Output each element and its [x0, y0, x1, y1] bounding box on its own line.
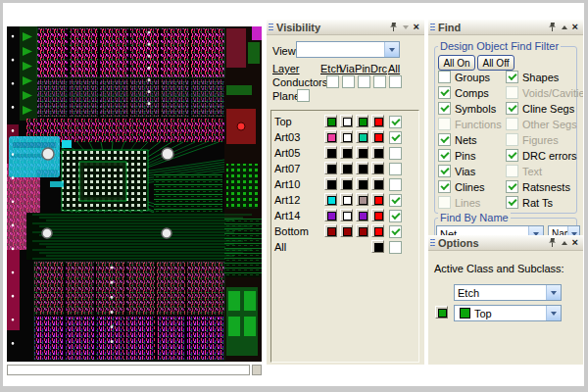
subclass-color-swatch[interactable]	[435, 306, 448, 318]
layer-color-swatch[interactable]	[356, 224, 368, 237]
layer-color-swatch[interactable]	[340, 162, 353, 174]
find-checkbox-drc-errors[interactable]	[506, 149, 518, 162]
close-icon[interactable]: ×	[572, 238, 578, 247]
layer-color-swatch[interactable]	[371, 224, 384, 237]
layer-color-swatch[interactable]	[371, 130, 384, 143]
layer-color-swatch[interactable]	[356, 115, 368, 127]
column-header-drc[interactable]: Drc	[370, 63, 386, 74]
scrollbar-corner-button[interactable]	[252, 365, 262, 375]
layer-color-swatch[interactable]	[340, 130, 353, 143]
layer-color-swatch[interactable]	[324, 193, 337, 206]
horizontal-scrollbar[interactable]	[7, 365, 250, 375]
find-checkbox-comps[interactable]	[438, 86, 451, 99]
column-header-all[interactable]: All	[386, 63, 402, 74]
visibility-titlebar[interactable]: Visibility ×	[267, 20, 424, 35]
grip-dots-icon	[269, 23, 273, 31]
conductors-checkbox-via[interactable]	[342, 75, 355, 88]
swatch-color	[374, 196, 383, 205]
layer-color-swatch[interactable]	[371, 209, 384, 221]
layer-color-swatch[interactable]	[356, 162, 368, 174]
layer-color-swatch[interactable]	[340, 193, 353, 206]
collapse-icon[interactable]	[562, 241, 567, 245]
active-subclass-dropdown[interactable]: Top	[454, 305, 562, 321]
layer-color-swatch[interactable]	[324, 115, 337, 127]
layer-color-swatch[interactable]	[340, 146, 353, 159]
layer-color-swatch[interactable]	[371, 162, 384, 174]
layer-visible-checkbox[interactable]	[389, 194, 402, 207]
find-checkbox-rat-ts[interactable]	[506, 196, 518, 209]
dropdown-arrow-icon[interactable]	[384, 42, 399, 57]
find-checkbox-symbols[interactable]	[438, 102, 451, 115]
layer-color-swatch[interactable]	[356, 177, 368, 190]
layer-visible-checkbox[interactable]	[389, 241, 402, 254]
layer-visible-checkbox[interactable]	[389, 147, 402, 160]
layer-visible-checkbox[interactable]	[389, 225, 402, 238]
layer-visible-checkbox[interactable]	[389, 131, 402, 144]
dropdown-arrow-icon[interactable]	[567, 226, 579, 235]
layer-visible-checkbox[interactable]	[389, 163, 402, 175]
layer-color-swatch[interactable]	[371, 177, 384, 190]
column-header-pin[interactable]: Pin	[355, 63, 370, 74]
layer-color-swatch[interactable]	[371, 146, 384, 159]
layer-color-swatch[interactable]	[340, 177, 353, 190]
layer-color-swatch[interactable]	[340, 209, 353, 221]
conductors-checkbox-etch[interactable]	[326, 75, 339, 88]
collapse-icon[interactable]	[562, 25, 567, 29]
find-checkbox-ratsnests[interactable]	[506, 180, 518, 193]
all-on-button[interactable]: All On	[438, 55, 475, 71]
layer-color-swatch[interactable]	[356, 146, 368, 159]
collapse-icon[interactable]	[403, 25, 409, 29]
column-header-via[interactable]: Via	[339, 63, 355, 74]
options-titlebar[interactable]: Options ×	[428, 235, 583, 251]
swatch-color	[359, 133, 368, 142]
swatch-color	[359, 118, 368, 126]
close-icon[interactable]: ×	[572, 23, 578, 31]
find-titlebar[interactable]: Find ×	[428, 20, 583, 35]
column-header-layer[interactable]: Layer	[272, 63, 302, 74]
layer-color-swatch[interactable]	[371, 240, 384, 253]
layer-color-swatch[interactable]	[371, 193, 384, 206]
layer-color-swatch[interactable]	[324, 224, 337, 237]
layer-color-swatch[interactable]	[371, 115, 384, 127]
checkbox-label: Voids/Cavities	[522, 87, 583, 99]
layer-color-swatch[interactable]	[324, 177, 337, 190]
dropdown-arrow-icon[interactable]	[546, 306, 561, 320]
find-checkbox-nets[interactable]	[438, 133, 451, 146]
layer-visible-checkbox[interactable]	[389, 116, 402, 128]
find-checkbox-groups[interactable]	[438, 71, 451, 83]
layer-color-swatch[interactable]	[324, 209, 337, 221]
pushpin-icon[interactable]	[548, 23, 557, 32]
checkbox-label: DRC errors	[522, 150, 577, 162]
layer-color-swatch[interactable]	[340, 115, 353, 127]
layer-color-swatch[interactable]	[356, 193, 368, 206]
pushpin-icon[interactable]	[548, 238, 557, 248]
layer-color-swatch[interactable]	[356, 209, 368, 221]
views-dropdown[interactable]	[296, 41, 400, 58]
find-checkbox-clines[interactable]	[438, 180, 451, 193]
pcb-canvas[interactable]	[7, 26, 262, 362]
name-type-dropdown[interactable]: Net	[436, 225, 544, 235]
find-checkbox-cline-segs[interactable]	[506, 102, 518, 115]
all-off-button[interactable]: All Off	[477, 55, 514, 71]
dropdown-arrow-icon[interactable]	[528, 226, 543, 235]
layer-color-swatch[interactable]	[356, 130, 368, 143]
pushpin-icon[interactable]	[389, 23, 398, 32]
layer-color-swatch[interactable]	[340, 224, 353, 237]
layer-visible-checkbox[interactable]	[389, 210, 402, 222]
layer-color-swatch[interactable]	[324, 146, 337, 159]
conductors-checkbox-all[interactable]	[389, 75, 402, 88]
active-class-dropdown[interactable]: Etch	[454, 284, 562, 301]
conductors-checkbox-drc[interactable]	[373, 75, 386, 88]
find-checkbox-pins[interactable]	[438, 149, 451, 162]
planes-checkbox[interactable]	[297, 89, 310, 102]
swatch-color	[343, 149, 352, 158]
dropdown-arrow-icon[interactable]	[546, 285, 561, 300]
layer-visible-checkbox[interactable]	[389, 178, 402, 191]
close-icon[interactable]: ×	[414, 23, 419, 31]
layer-color-swatch[interactable]	[324, 162, 337, 174]
name-mode-dropdown[interactable]: Name	[548, 225, 580, 235]
conductors-checkbox-pin[interactable]	[358, 75, 370, 88]
find-checkbox-shapes[interactable]	[506, 71, 518, 83]
layer-color-swatch[interactable]	[324, 130, 337, 143]
find-checkbox-vias[interactable]	[438, 165, 451, 177]
